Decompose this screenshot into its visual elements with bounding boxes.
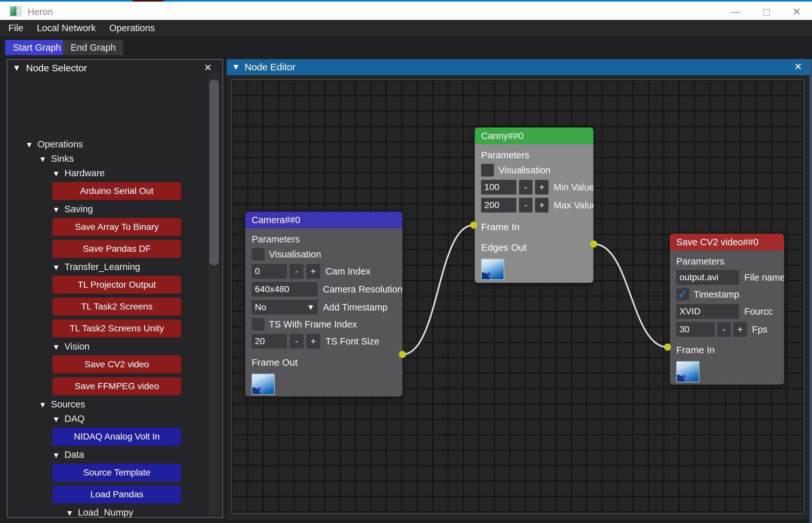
tree-category-sources[interactable]: ▼Sources (39, 398, 85, 410)
node-button-arduino-serial-out[interactable]: Arduino Serial Out (52, 182, 181, 200)
app-icon (10, 6, 21, 16)
frame-out-label: Frame Out (252, 357, 403, 368)
expand-arrow-icon: ▼ (52, 451, 60, 459)
selector-scrollbar[interactable] (209, 73, 220, 516)
expand-arrow-icon: ▼ (39, 155, 47, 163)
expand-arrow-icon: ▼ (25, 140, 33, 149)
tree-category-daq[interactable]: ▼DAQ (52, 413, 85, 425)
node-camera-title[interactable]: Camera##0 (245, 212, 403, 228)
min-value-increment-button[interactable]: + (535, 180, 549, 195)
expand-arrow-icon: ▼ (52, 415, 60, 423)
tree-category-load-numpy[interactable]: ▼Load_Numpy (66, 506, 133, 518)
edges-out-label: Edges Out (481, 242, 593, 253)
fps-label: Fps (752, 324, 768, 335)
node-camera[interactable]: Camera##0 Parameters Visualisation 0 - +… (245, 212, 403, 397)
timestamp-label: Timestamp (694, 289, 739, 300)
frame-in-label: Frame In (481, 221, 593, 232)
node-button-save-ffmpeg-video[interactable]: Save FFMPEG video (52, 377, 181, 395)
node-canny-title[interactable]: Canny##0 (475, 127, 593, 144)
collapse-arrow-icon[interactable]: ▼ (13, 63, 21, 73)
node-editor-titlebar: ▼ Node Editor ✕ (226, 59, 809, 75)
menu-operations[interactable]: Operations (109, 23, 155, 33)
window-title: Heron (27, 7, 53, 17)
node-editor-canvas[interactable]: Camera##0 Parameters Visualisation 0 - +… (232, 79, 804, 514)
tree-category-saving[interactable]: ▼Saving (52, 203, 93, 215)
visualisation-checkbox[interactable] (252, 248, 264, 261)
node-save-title[interactable]: Save CV2 video##0 (670, 234, 784, 250)
max-value-decrement-button[interactable]: - (519, 198, 533, 213)
expand-arrow-icon: ▼ (39, 400, 47, 409)
node-selector-close-icon[interactable]: ✕ (204, 62, 212, 73)
add-timestamp-combo[interactable]: No ▼ (252, 300, 318, 314)
node-editor-close-icon[interactable]: ✕ (794, 61, 802, 72)
image-thumbnail (676, 361, 699, 382)
cam-index-increment-button[interactable]: + (306, 264, 320, 279)
max-value-label: Max Value (554, 200, 593, 211)
cam-index-decrement-button[interactable]: - (290, 264, 303, 279)
node-save-cv2-video[interactable]: Save CV2 video##0 Parameters output.avi … (670, 234, 784, 385)
selector-scrollbar-thumb[interactable] (209, 79, 219, 265)
fourcc-input[interactable]: XVID (676, 304, 739, 319)
tree-category-operations[interactable]: ▼Operations (25, 138, 83, 150)
visualisation-label: Visualisation (498, 165, 550, 176)
wire-canny-to-save[interactable] (594, 244, 668, 347)
camera-resolution-input[interactable]: 640x480 (252, 282, 318, 297)
node-button-tl-task2-screens[interactable]: TL Task2 Screens (52, 297, 181, 315)
node-button-save-pandas-df[interactable]: Save Pandas DF (52, 240, 181, 258)
visualisation-checkbox[interactable] (481, 164, 494, 177)
menu-local-network[interactable]: Local Network (37, 23, 96, 33)
tree-category-hardware[interactable]: ▼Hardware (52, 167, 105, 179)
node-button-source-template[interactable]: Source Template (52, 464, 181, 482)
cam-index-label: Cam Index (326, 266, 370, 277)
add-timestamp-label: Add Timestamp (323, 302, 387, 313)
camera-resolution-label: Camera Resolution (323, 284, 403, 295)
node-button-save-array-to-binary[interactable]: Save Array To Binary (52, 218, 181, 236)
parameters-label: Parameters (676, 256, 784, 267)
cam-index-input[interactable]: 0 (252, 264, 287, 279)
expand-arrow-icon: ▼ (52, 169, 60, 178)
fps-input[interactable]: 30 (676, 322, 715, 337)
menu-file[interactable]: File (8, 23, 23, 33)
minimize-button[interactable]: — (726, 5, 745, 19)
menu-bar: File Local Network Operations (0, 20, 812, 36)
tree-category-sinks[interactable]: ▼Sinks (39, 152, 74, 165)
fps-decrement-button[interactable]: - (717, 322, 731, 337)
graph-tab-bar: Start Graph End Graph (0, 36, 812, 59)
tree-category-vision[interactable]: ▼Vision (52, 340, 90, 353)
image-thumbnail (481, 259, 504, 280)
chevron-down-icon: ▼ (307, 300, 315, 314)
tab-end-graph[interactable]: End Graph (63, 40, 123, 55)
node-button-tl-task2-screens-unity[interactable]: TL Task2 Screens Unity (52, 320, 181, 338)
file-name-input[interactable]: output.avi (676, 270, 739, 285)
wire-camera-to-canny[interactable] (403, 225, 474, 355)
node-button-nidaq-analog-volt-in[interactable]: NIDAQ Analog Volt In (52, 428, 181, 446)
ts-font-size-decrement-button[interactable]: - (290, 334, 303, 349)
parameters-label: Parameters (252, 234, 403, 245)
node-button-save-cv2-video[interactable]: Save CV2 video (52, 356, 181, 373)
expand-arrow-icon: ▼ (52, 343, 60, 351)
fps-increment-button[interactable]: + (733, 322, 747, 337)
check-icon: ✓ (678, 288, 687, 301)
title-bar: Heron — □ ✕ (0, 2, 812, 20)
tree-category-transfer-learning[interactable]: ▼Transfer_Learning (52, 261, 140, 273)
tab-start-graph[interactable]: Start Graph (5, 40, 69, 55)
fourcc-label: Fourcc (744, 306, 773, 317)
timestamp-checkbox[interactable]: ✓ (676, 288, 689, 301)
min-value-decrement-button[interactable]: - (519, 180, 533, 195)
frame-in-label: Frame In (676, 344, 784, 356)
maximize-button[interactable]: □ (757, 5, 776, 19)
node-button-tl-projector-output[interactable]: TL Projector Output (52, 276, 181, 294)
close-button[interactable]: ✕ (787, 5, 806, 19)
ts-font-size-input[interactable]: 20 (252, 334, 287, 349)
ts-with-frame-index-checkbox[interactable] (252, 318, 264, 331)
expand-arrow-icon: ▼ (52, 263, 60, 272)
ts-font-size-increment-button[interactable]: + (306, 334, 320, 349)
max-value-input[interactable]: 200 (481, 198, 516, 213)
max-value-increment-button[interactable]: + (535, 198, 549, 213)
node-button-load-pandas[interactable]: Load Pandas (52, 485, 181, 503)
node-canny[interactable]: Canny##0 Parameters Visualisation 100 - … (475, 127, 593, 283)
collapse-arrow-icon[interactable]: ▼ (232, 62, 240, 72)
min-value-input[interactable]: 100 (481, 180, 516, 195)
node-selector-title: Node Selector (26, 62, 87, 73)
tree-category-data[interactable]: ▼Data (52, 449, 84, 461)
